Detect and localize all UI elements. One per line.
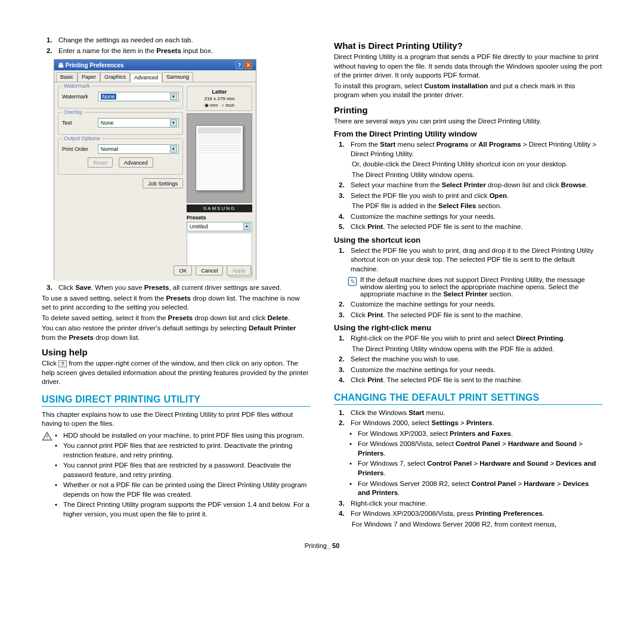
chevron-down-icon: ▾ xyxy=(170,119,177,126)
step-1: 1.Change the settings as needed on each … xyxy=(47,36,310,45)
rc-step-2: 2.Select the machine you wish to use. xyxy=(339,355,602,364)
heading-what-is: What is Direct Printing Utility? xyxy=(334,41,602,51)
tab-samsung[interactable]: Samsung xyxy=(162,72,193,82)
from-step-5: 5.Click Print. The selected PDF file is … xyxy=(339,222,602,232)
heading-using-help: Using help xyxy=(42,347,310,357)
from-step-3: 3.Select the PDF file you wish to print … xyxy=(339,191,602,201)
ok-button[interactable]: OK xyxy=(174,265,192,275)
from-step-1-or: Or, double-click the Direct Printing Uti… xyxy=(339,160,602,169)
tab-paper[interactable]: Paper xyxy=(78,72,100,82)
rc-step-1-sub: The Direct Printing Utility window opens… xyxy=(339,345,602,354)
para-delete: To delete saved setting, select it from … xyxy=(42,314,310,323)
chevron-down-icon: ▾ xyxy=(243,223,250,230)
from-step-1-open: The Direct Printing Utility window opens… xyxy=(339,171,602,180)
left-column: 1.Change the settings as needed on each … xyxy=(42,36,310,530)
dialog-titlebar: 🖶 Printing Preferences ?X xyxy=(54,60,256,70)
para-dpu-intro: This chapter explains how to use the Dir… xyxy=(42,410,310,429)
para-what: Direct Printing Utility is a program tha… xyxy=(334,52,602,80)
svg-point-1 xyxy=(47,438,48,439)
watermark-combo[interactable]: None▾ xyxy=(98,92,179,101)
presets-combo[interactable]: Untitled▾ xyxy=(187,222,252,231)
reset-button[interactable]: Reset xyxy=(88,157,113,168)
from-step-1: 1.From the Start menu select Programs or… xyxy=(339,140,602,159)
tab-basic[interactable]: Basic xyxy=(56,72,78,82)
help-icon[interactable]: ? xyxy=(236,61,243,69)
tab-bar: Basic Paper Graphics Advanced Samsung xyxy=(54,70,256,82)
presets-list[interactable] xyxy=(187,233,252,266)
sh-step-3: 3.Click Print. The selected PDF file is … xyxy=(339,311,602,320)
question-icon: ? xyxy=(58,360,67,367)
cd-step-4-sub: For Windows 7 and Windows Server 2008 R2… xyxy=(339,520,602,530)
printer-icon: 🖶 xyxy=(58,62,66,69)
close-icon[interactable]: X xyxy=(244,61,252,69)
para-help: Click ? from the upper-right corner of t… xyxy=(42,359,310,387)
from-step-3-sub: The PDF file is added in the Select File… xyxy=(339,202,602,211)
section-direct-printing: Using Direct Printing Utility xyxy=(42,394,310,407)
svg-text:✎: ✎ xyxy=(350,278,355,285)
step-2: 2.Enter a name for the item in the Prese… xyxy=(47,47,310,56)
para-print-intro: There are several ways you can print usi… xyxy=(334,117,602,126)
right-column: What is Direct Printing Utility? Direct … xyxy=(334,36,602,530)
para-use-saved: To use a saved setting, select it from t… xyxy=(42,294,310,312)
cd-step-3: 3.Right-click your machine. xyxy=(339,499,602,509)
cd-step-1: 1.Click the Windows Start menu. xyxy=(339,408,602,418)
rc-step-4: 4.Click Print. The selected PDF file is … xyxy=(339,376,602,385)
section-changing-defaults: Changing the Default Print Settings xyxy=(334,392,602,405)
cd-step-4: 4.For Windows XP/2003/2008/Vista, press … xyxy=(339,509,602,519)
sh-step-1: 1.Select the PDF file you wish to print,… xyxy=(339,246,602,274)
heading-from-window: From the Direct Printing Utility window xyxy=(334,129,602,138)
cd-bullet-xp: •For Windows XP/2003, select Printers an… xyxy=(339,429,602,439)
print-order-combo[interactable]: Normal▾ xyxy=(98,144,179,154)
para-restore: You can also restore the printer driver'… xyxy=(42,324,310,342)
chevron-down-icon: ▾ xyxy=(170,93,177,100)
advanced-button[interactable]: Advanced xyxy=(119,157,153,168)
group-overlay: Overlay Text None▾ xyxy=(58,112,183,135)
page-preview xyxy=(187,113,252,203)
step-3: 3.Click Save. When you save Presets, all… xyxy=(47,283,310,293)
sh-step-2: 2.Customize the machine settings for you… xyxy=(339,300,602,309)
from-step-4: 4.Customize the machine settings for you… xyxy=(339,212,602,222)
note-icon: ✎ xyxy=(347,276,358,287)
job-settings-button[interactable]: Job Settings xyxy=(143,178,183,188)
brand-logo: SAMSUNG xyxy=(187,205,252,212)
text-combo[interactable]: None▾ xyxy=(98,118,179,128)
heading-right-click: Using the right-click menu xyxy=(334,323,602,332)
heading-printing: Printing xyxy=(334,105,602,115)
apply-button[interactable]: Apply xyxy=(227,265,251,275)
cd-bullet-2008r2: •For Windows Server 2008 R2, select Cont… xyxy=(339,479,602,498)
printing-preferences-dialog: 🖶 Printing Preferences ?X Basic Paper Gr… xyxy=(54,59,256,280)
cancel-button[interactable]: Cancel xyxy=(196,265,223,275)
tab-advanced[interactable]: Advanced xyxy=(130,73,162,82)
cd-bullet-vista: •For Windows 2008/Vista, select Control … xyxy=(339,439,602,458)
para-install: To install this program, select Custom i… xyxy=(334,82,602,100)
warning-icon xyxy=(42,431,52,442)
paper-info: Letter 216 x 279 mm ◉ mm○ inch xyxy=(187,86,252,111)
group-watermark: Watermark Watermark None▾ xyxy=(58,86,183,109)
group-output: Output Options Print Order Normal▾ Reset… xyxy=(58,138,183,175)
rc-step-1: 1.Right-click on the PDF file you wish t… xyxy=(339,334,602,343)
page-footer: Printing_ 50 xyxy=(42,542,602,549)
cd-bullet-7: •For Windows 7, select Control Panel > H… xyxy=(339,459,602,478)
note-block: ✎ If the default machine does not suppor… xyxy=(334,276,602,298)
rc-step-3: 3.Customize the machine settings for you… xyxy=(339,366,602,375)
chevron-down-icon: ▾ xyxy=(170,145,177,153)
cd-step-2: 2.For Windows 2000, select Settings > Pr… xyxy=(339,419,602,428)
heading-shortcut: Using the shortcut icon xyxy=(334,236,602,244)
caution-block: •HDD should be installed on your machine… xyxy=(42,431,310,521)
tab-graphics[interactable]: Graphics xyxy=(100,72,130,82)
from-step-2: 2.Select your machine from the Select Pr… xyxy=(339,181,602,190)
